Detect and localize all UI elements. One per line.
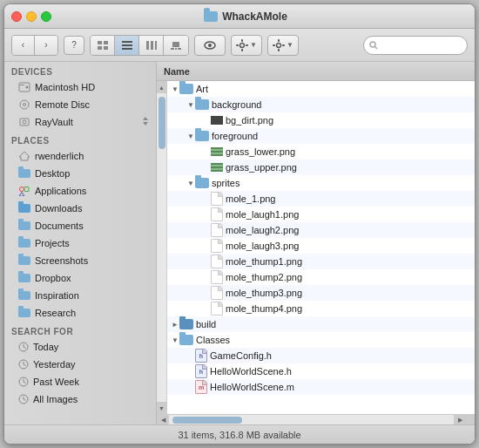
resize-handle[interactable] (466, 415, 475, 425)
sidebar-item-yesterday[interactable]: Yesterday (4, 356, 156, 373)
view-cover-button[interactable] (164, 36, 188, 55)
toolbar: ‹ › ? (4, 29, 475, 62)
collapse-arrow[interactable] (171, 85, 179, 93)
scroll-up-button[interactable]: ▲ (157, 81, 167, 93)
content-area: DEVICES Macintosh HD Remote Disc RayVaul… (4, 62, 475, 424)
table-row[interactable]: grass_lower.png (167, 144, 475, 160)
svg-marker-37 (19, 152, 30, 160)
help-button[interactable]: ? (64, 36, 84, 55)
sidebar-item-today[interactable]: Today (4, 338, 156, 356)
window-controls (11, 11, 51, 22)
svg-rect-7 (146, 41, 149, 50)
scroll-thumb[interactable] (159, 97, 165, 149)
sidebar-item-rwenderlich[interactable]: rwenderlich (4, 147, 156, 165)
forward-button[interactable]: › (35, 36, 57, 55)
table-row[interactable]: Classes (167, 332, 475, 348)
scroll-down-button[interactable]: ▼ (157, 402, 167, 414)
disc-icon (18, 99, 30, 110)
collapse-arrow[interactable] (186, 132, 195, 140)
table-row[interactable]: bg_dirt.png (167, 112, 475, 128)
sidebar-item-dropbox[interactable]: Dropbox (4, 269, 156, 287)
table-row[interactable]: Art (167, 81, 475, 97)
svg-rect-12 (175, 48, 177, 50)
file-name-label: mole_thump2.png (226, 272, 302, 282)
table-row[interactable]: build (167, 316, 475, 332)
svg-rect-23 (278, 49, 280, 51)
view-buttons (90, 35, 189, 56)
sidebar-item-all-images[interactable]: All Images (4, 390, 156, 408)
no-arrow (186, 383, 195, 391)
view-icon-button[interactable] (91, 36, 115, 55)
sidebar-item-remote-disc[interactable]: Remote Disc (4, 96, 156, 113)
table-row[interactable]: mole_thump2.png (167, 269, 475, 285)
collapse-arrow[interactable] (186, 100, 195, 109)
table-row[interactable]: foreground (167, 128, 475, 144)
sidebar-item-documents[interactable]: Documents (4, 217, 156, 234)
scroll-indicator-icon (142, 115, 149, 127)
search-box[interactable] (363, 36, 468, 55)
scroll-right-button[interactable]: ▶ (454, 415, 466, 425)
table-row[interactable]: mole_thump3.png (167, 285, 475, 301)
collapse-arrow[interactable] (186, 179, 195, 187)
table-row[interactable]: background (167, 97, 475, 112)
table-row[interactable]: grass_upper.png (167, 160, 475, 175)
sidebar-item-research-label: Research (35, 308, 76, 318)
view-list-button[interactable] (115, 36, 139, 55)
close-button[interactable] (11, 11, 22, 22)
expand-arrow[interactable] (171, 320, 179, 329)
table-row[interactable]: mole_thump1.png (167, 254, 475, 269)
sidebar-item-inspiration[interactable]: Inspiration (4, 287, 156, 304)
sidebar-item-desktop[interactable]: Desktop (4, 165, 156, 182)
sidebar-item-projects-label: Projects (35, 238, 70, 248)
png-icon (211, 147, 223, 156)
projects-folder-icon (18, 239, 30, 248)
table-row[interactable]: hGameConfig.h (167, 348, 475, 363)
file-name-label: mole_thump1.png (226, 256, 302, 267)
scroll-thumb-h[interactable] (172, 417, 242, 424)
table-row[interactable]: mole_laugh2.png (167, 222, 475, 238)
table-row[interactable]: hHelloWorldScene.h (167, 363, 475, 379)
scroll-left-button[interactable]: ◀ (157, 415, 169, 425)
file-name-label: bg_dirt.png (226, 115, 273, 126)
table-row[interactable]: mole_thump4.png (167, 301, 475, 316)
table-row[interactable]: mHelloWorldScene.m (167, 379, 475, 395)
table-row[interactable]: sprites (167, 175, 475, 191)
back-button[interactable]: ‹ (12, 36, 35, 55)
view-column-button[interactable] (139, 36, 164, 55)
no-arrow (202, 147, 211, 156)
sidebar-item-applications[interactable]: Applications (4, 182, 156, 200)
folder-icon (179, 335, 193, 345)
no-arrow (202, 257, 211, 266)
scroll-track (157, 93, 167, 402)
minimize-button[interactable] (26, 11, 37, 22)
file-name-label: sprites (212, 178, 239, 188)
table-row[interactable]: mole_laugh1.png (167, 207, 475, 222)
sidebar-item-macintosh-hd[interactable]: Macintosh HD (4, 78, 156, 96)
svg-line-27 (375, 46, 378, 49)
action-button[interactable]: ▼ (267, 35, 299, 56)
left-scrollbar[interactable]: ▲ ▼ (157, 81, 167, 414)
search-input[interactable] (381, 40, 459, 51)
svg-point-15 (208, 44, 212, 47)
gear-button[interactable]: ▼ (231, 35, 262, 56)
file-list[interactable]: Artbackgroundbg_dirt.pngforegroundgrass_… (167, 81, 475, 414)
sidebar-item-screenshots[interactable]: Screenshots (4, 252, 156, 269)
eye-button[interactable] (194, 35, 226, 56)
scroll-track-h (169, 415, 454, 425)
table-row[interactable]: mole_1.png (167, 191, 475, 207)
svg-rect-13 (178, 48, 181, 50)
collapse-arrow[interactable] (171, 336, 179, 344)
sidebar-item-inspiration-label: Inspiration (35, 290, 79, 301)
bottom-scrollbar[interactable]: ◀ ▶ (157, 414, 475, 424)
maximize-button[interactable] (41, 11, 51, 22)
file-name-label: HelloWorldScene.m (210, 382, 294, 392)
sidebar-item-downloads[interactable]: Downloads (4, 200, 156, 217)
no-arrow (202, 226, 211, 234)
sidebar-item-past-week[interactable]: Past Week (4, 373, 156, 390)
svg-rect-17 (241, 39, 243, 42)
sidebar-item-projects[interactable]: Projects (4, 234, 156, 252)
table-row[interactable]: mole_laugh3.png (167, 238, 475, 254)
sidebar-item-rayvault[interactable]: RayVault (4, 113, 156, 131)
sidebar-item-research[interactable]: Research (4, 304, 156, 322)
svg-rect-30 (20, 85, 24, 85)
